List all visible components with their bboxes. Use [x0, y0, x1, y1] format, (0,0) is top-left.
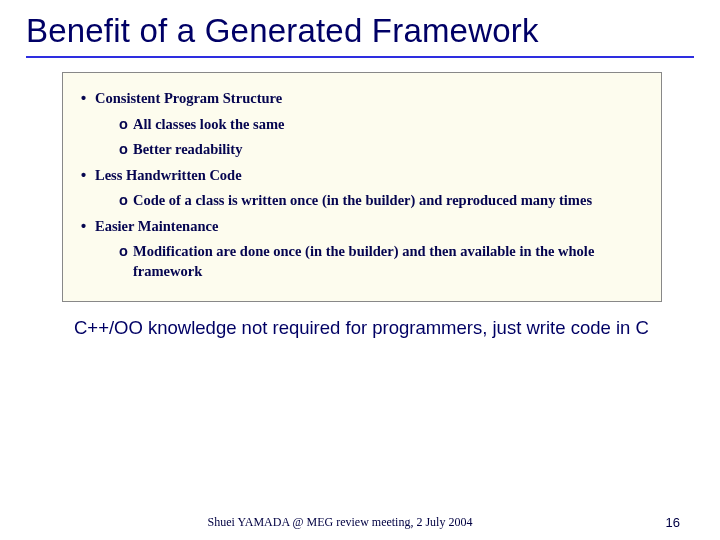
subbullet-readability: oBetter readability: [119, 140, 649, 160]
bullet-dot-icon: •: [81, 166, 95, 186]
title-underline: Benefit of a Generated Framework: [26, 10, 694, 58]
bullet-less-handwritten: •Less Handwritten Code: [81, 166, 649, 186]
subbullet-modification-once: oModification are done once (in the buil…: [119, 242, 649, 281]
bullet-ring-icon: o: [119, 242, 133, 262]
bullet-dot-icon: •: [81, 89, 95, 109]
subbullet-text: Modification are done once (in the build…: [133, 242, 603, 281]
slide: Benefit of a Generated Framework •Consis…: [0, 0, 720, 540]
bullet-text: Less Handwritten Code: [95, 167, 242, 183]
subbullet-written-once: oCode of a class is written once (in the…: [119, 191, 649, 211]
subbullet-text: All classes look the same: [133, 115, 284, 135]
footer-text: Shuei YAMADA @ MEG review meeting, 2 Jul…: [0, 515, 720, 530]
bullet-dot-icon: •: [81, 217, 95, 237]
bullet-ring-icon: o: [119, 191, 133, 211]
bullet-ring-icon: o: [119, 115, 133, 135]
content-box: •Consistent Program Structure oAll class…: [62, 72, 662, 303]
bullet-easier-maintenance: •Easier Maintenance: [81, 217, 649, 237]
subbullet-all-classes: oAll classes look the same: [119, 115, 649, 135]
bottom-note: C++/OO knowledge not required for progra…: [74, 316, 662, 340]
bullet-text: Consistent Program Structure: [95, 90, 282, 106]
bullet-ring-icon: o: [119, 140, 133, 160]
page-number: 16: [666, 515, 680, 530]
slide-title: Benefit of a Generated Framework: [26, 12, 694, 54]
subbullet-text: Code of a class is written once (in the …: [133, 191, 592, 211]
bullet-text: Easier Maintenance: [95, 218, 218, 234]
bullet-consistent-structure: •Consistent Program Structure: [81, 89, 649, 109]
subbullet-text: Better readability: [133, 140, 242, 160]
